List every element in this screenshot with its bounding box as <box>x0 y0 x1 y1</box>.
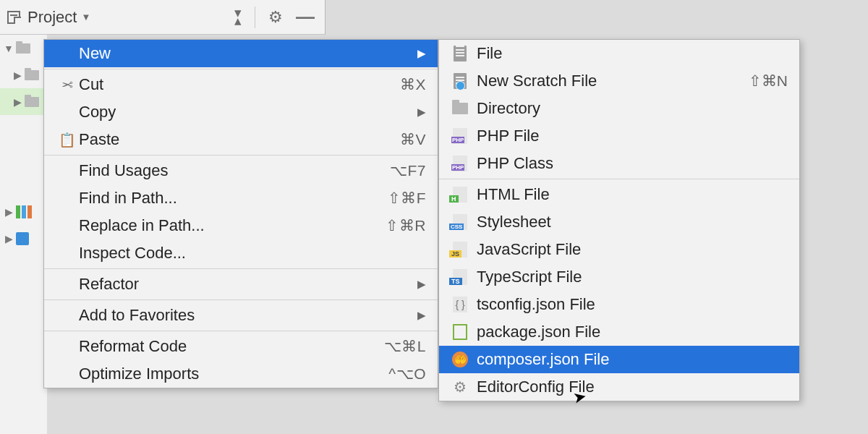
menu-item-label: Copy <box>79 103 412 122</box>
menu-shortcut: ⌥F7 <box>390 162 426 179</box>
menu-item-label: JavaScript File <box>477 240 788 259</box>
chevron-down-icon[interactable]: ▼ <box>81 12 90 22</box>
tree-expand-icon[interactable]: ▼ <box>3 43 14 54</box>
file-icon <box>451 45 469 62</box>
menu-separator <box>44 268 438 269</box>
new-menu-item[interactable]: Directory <box>439 95 799 122</box>
menu-shortcut: ⌥⌘L <box>384 338 426 355</box>
context-menu-item[interactable]: Find in Path...⇧⌘F <box>44 184 438 212</box>
composer-icon: 🤲 <box>451 351 469 368</box>
submenu-arrow-icon: ▶ <box>417 278 426 291</box>
tree-row[interactable]: ▶ <box>0 61 47 88</box>
menu-shortcut: ⇧⌘N <box>749 72 788 90</box>
new-menu-item[interactable]: 🤲composer.json File <box>439 346 799 373</box>
project-tree-sidebar: ▼ ▶ ▶ ▶ ▶ <box>0 35 47 434</box>
menu-separator <box>439 179 799 179</box>
menu-item-label: Replace in Path... <box>79 216 386 235</box>
menu-item-label: Directory <box>477 99 788 118</box>
context-menu-item[interactable]: Reformat Code⌥⌘L <box>44 333 438 360</box>
menu-separator <box>44 299 438 300</box>
menu-separator <box>44 155 438 156</box>
submenu-arrow-icon: ▶ <box>417 47 426 60</box>
new-menu-item[interactable]: package.json File <box>439 318 799 346</box>
new-menu-item[interactable]: ⚙EditorConfig File <box>439 373 799 401</box>
context-menu: New▶✂Cut⌘XCopy▶📋Paste⌘VFind Usages⌥F7Fin… <box>43 39 438 388</box>
new-menu-item[interactable]: { }tsconfig.json File <box>439 291 799 318</box>
menu-item-label: Find in Path... <box>79 189 388 208</box>
new-menu-item[interactable]: PHPPHP Class <box>439 150 799 177</box>
scratch-icon <box>451 72 469 90</box>
clipboard-icon: 📋 <box>56 132 79 148</box>
js-icon: JS <box>451 241 469 258</box>
submenu-arrow-icon: ▶ <box>417 106 426 119</box>
folder-icon <box>16 43 30 54</box>
menu-item-label: Add to Favorites <box>79 306 412 325</box>
menu-shortcut: ⌘V <box>400 131 426 148</box>
new-menu-item[interactable]: New Scratch File⇧⌘N <box>439 67 799 95</box>
menu-item-label: New <box>79 44 412 63</box>
menu-item-label: Optimize Imports <box>79 365 388 383</box>
ts-icon: TS <box>451 268 469 286</box>
php-icon: PHP <box>451 127 469 145</box>
context-menu-item[interactable]: Refactor▶ <box>44 271 438 298</box>
context-menu-item[interactable]: Copy▶ <box>44 98 438 126</box>
new-menu-item[interactable]: HHTML File <box>439 181 799 208</box>
gear-icon[interactable]: ⚙ <box>265 5 286 30</box>
menu-item-label: Inspect Code... <box>79 244 426 263</box>
menu-shortcut: ⇧⌘R <box>386 217 426 234</box>
tree-expand-icon[interactable]: ▶ <box>3 233 14 244</box>
menu-item-label: Refactor <box>79 275 412 294</box>
hide-icon[interactable]: — <box>293 3 318 31</box>
tree-row[interactable]: ▶ <box>0 225 47 252</box>
css-icon: CSS <box>451 213 469 231</box>
new-menu-item[interactable]: TSTypeScript File <box>439 263 799 291</box>
php-icon: PHP <box>451 155 469 172</box>
context-menu-item[interactable]: Add to Favorites▶ <box>44 302 438 329</box>
node-icon <box>451 323 469 341</box>
project-dropdown-label[interactable]: Project <box>27 8 77 27</box>
terminal-icon <box>16 232 29 245</box>
new-menu-item[interactable]: File <box>439 40 799 67</box>
menu-item-label: Cut <box>79 75 400 94</box>
new-menu-item[interactable]: JSJavaScript File <box>439 236 799 263</box>
menu-separator <box>44 69 438 69</box>
project-toolbar: Project ▼ ▾▴ ⚙ — <box>0 0 326 35</box>
tree-expand-icon[interactable]: ▶ <box>3 206 14 218</box>
context-menu-item[interactable]: ✂Cut⌘X <box>44 71 438 98</box>
tree-row[interactable]: ▶ <box>0 198 47 225</box>
menu-item-label: New Scratch File <box>477 72 749 90</box>
menu-shortcut: ^⌥O <box>388 365 426 383</box>
menu-shortcut: ⌘X <box>400 76 426 93</box>
folder-icon <box>25 97 39 107</box>
tree-expand-icon[interactable]: ▶ <box>12 96 23 108</box>
project-icon <box>7 11 20 24</box>
context-menu-item[interactable]: Optimize Imports^⌥O <box>44 360 438 388</box>
new-menu-item[interactable]: PHPPHP File <box>439 122 799 150</box>
dir-icon <box>451 100 469 117</box>
menu-item-label: Paste <box>79 130 400 149</box>
submenu-arrow-icon: ▶ <box>417 309 426 322</box>
menu-item-label: Reformat Code <box>79 337 384 356</box>
context-menu-item[interactable]: Inspect Code... <box>44 239 438 267</box>
menu-separator <box>44 331 438 331</box>
tree-row[interactable]: ▶ <box>0 88 47 115</box>
menu-item-label: composer.json File <box>477 350 788 369</box>
new-menu-item[interactable]: CSSStylesheet <box>439 208 799 236</box>
tree-row[interactable]: ▼ <box>0 35 47 61</box>
context-menu-item[interactable]: Find Usages⌥F7 <box>44 157 438 184</box>
menu-item-label: TypeScript File <box>477 268 788 286</box>
menu-item-label: Find Usages <box>79 161 390 180</box>
tree-expand-icon[interactable]: ▶ <box>12 69 23 81</box>
menu-item-label: Stylesheet <box>477 213 788 231</box>
folder-icon <box>25 70 39 80</box>
context-menu-item[interactable]: Replace in Path...⇧⌘R <box>44 212 438 239</box>
tsconf-icon: { } <box>451 296 469 313</box>
menu-item-label: File <box>477 44 788 63</box>
collapse-icon[interactable]: ▾▴ <box>231 7 244 27</box>
context-menu-item[interactable]: New▶ <box>44 40 438 67</box>
toolbar-divider <box>255 7 255 28</box>
editorconf-icon: ⚙ <box>451 378 469 396</box>
menu-item-label: PHP File <box>477 127 788 145</box>
scissors-icon: ✂ <box>56 77 79 93</box>
context-menu-item[interactable]: 📋Paste⌘V <box>44 126 438 153</box>
